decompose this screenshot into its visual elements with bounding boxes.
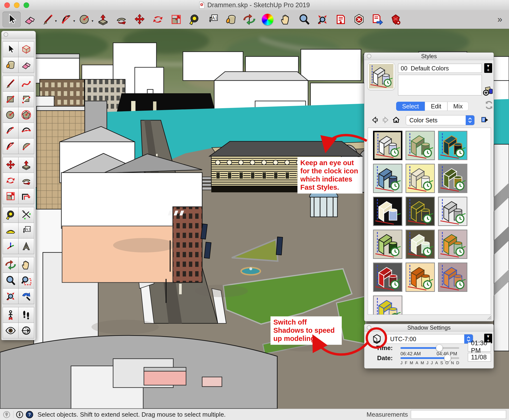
rectangle-tool-button[interactable] bbox=[3, 91, 19, 107]
circle-tool-button[interactable] bbox=[3, 107, 19, 123]
tab-mix[interactable]: Mix bbox=[447, 102, 469, 111]
back-button[interactable] bbox=[370, 115, 380, 125]
make-component-tool-button[interactable] bbox=[18, 41, 34, 57]
toggle-shadows-button[interactable] bbox=[371, 333, 383, 346]
compass-tool-button[interactable]: CA-S bbox=[18, 323, 34, 338]
style-swatch[interactable] bbox=[406, 164, 435, 193]
select-tool-button[interactable] bbox=[3, 41, 19, 57]
orbit-tool-button[interactable] bbox=[240, 12, 258, 27]
caret-down-icon[interactable]: ▾ bbox=[55, 19, 57, 23]
style-swatch[interactable] bbox=[406, 262, 435, 292]
eraser-tool-button[interactable] bbox=[21, 12, 39, 27]
arc-2pt-tool-button[interactable] bbox=[3, 123, 19, 138]
scale-tool-button[interactable] bbox=[3, 188, 19, 204]
time-slider[interactable] bbox=[401, 347, 459, 349]
style-swatch[interactable] bbox=[373, 197, 402, 226]
offset-tool-button[interactable] bbox=[18, 188, 34, 204]
style-swatch[interactable] bbox=[406, 131, 435, 160]
details-button[interactable] bbox=[480, 115, 489, 125]
move-tool-button[interactable] bbox=[131, 12, 149, 27]
zoom-extents-tool-button[interactable] bbox=[313, 12, 332, 27]
style-swatch[interactable] bbox=[438, 131, 467, 160]
pan-tool-button[interactable] bbox=[277, 12, 295, 27]
style-swatch[interactable] bbox=[373, 164, 402, 193]
arc-3pt-tool-button[interactable] bbox=[18, 123, 34, 138]
walk-tool-button[interactable] bbox=[18, 307, 34, 323]
orbit-tool-button[interactable] bbox=[3, 257, 19, 273]
send-to-layout-tool-button[interactable] bbox=[368, 12, 386, 27]
text-tool-button[interactable]: A1 bbox=[204, 12, 222, 27]
pie-tool-button[interactable] bbox=[18, 138, 34, 154]
tape-measure-tool-button[interactable] bbox=[3, 207, 19, 223]
minimize-window-button[interactable] bbox=[14, 2, 20, 8]
rotate-tool-button[interactable] bbox=[3, 172, 19, 188]
create-new-style-button[interactable] bbox=[483, 85, 494, 97]
timezone-dropdown[interactable]: UTC-7:00 bbox=[386, 334, 473, 344]
style-swatch[interactable] bbox=[438, 262, 467, 292]
close-window-button[interactable] bbox=[4, 2, 10, 8]
follow-me-tool-button[interactable] bbox=[112, 12, 131, 27]
arcs-tool-button[interactable]: ▾ bbox=[57, 12, 76, 27]
style-swatch[interactable] bbox=[438, 164, 467, 193]
tape-measure-tool-button[interactable] bbox=[185, 12, 204, 27]
paint-bucket-tool-button[interactable] bbox=[3, 57, 19, 73]
toolbar-overflow-button[interactable]: » bbox=[497, 15, 507, 24]
help-icon[interactable]: ? bbox=[26, 411, 33, 418]
credits-icon[interactable] bbox=[16, 411, 23, 418]
palette-close-button[interactable] bbox=[4, 32, 8, 37]
panel-resize-grip[interactable] bbox=[487, 315, 492, 320]
date-value-field[interactable]: 11/08 bbox=[468, 353, 491, 362]
layout-export-tool-button[interactable] bbox=[350, 12, 368, 27]
styles-panel-close-button[interactable] bbox=[367, 54, 371, 58]
pan-tool-button[interactable] bbox=[18, 257, 34, 273]
time-slider-knob[interactable] bbox=[436, 345, 443, 351]
shapes-tool-button[interactable]: ▾ bbox=[76, 12, 94, 27]
zoom-tool-button[interactable] bbox=[3, 273, 19, 288]
home-button[interactable] bbox=[391, 115, 401, 125]
tab-select[interactable]: Select bbox=[396, 102, 425, 111]
forward-button[interactable] bbox=[381, 115, 390, 125]
styles-panel-titlebar[interactable]: Styles bbox=[364, 53, 494, 60]
zoom-extents-tool-button[interactable] bbox=[3, 288, 19, 304]
freehand-tool-button[interactable] bbox=[18, 76, 34, 92]
select-tool-button[interactable] bbox=[2, 12, 21, 27]
move-tool-button[interactable] bbox=[3, 157, 19, 173]
zoom-window-tool-button[interactable] bbox=[18, 273, 34, 288]
position-camera-tool-button[interactable] bbox=[3, 307, 19, 323]
shadow-panel-titlebar[interactable]: Shadow Settings bbox=[364, 324, 494, 331]
style-description-field[interactable] bbox=[398, 75, 482, 96]
style-swatch[interactable] bbox=[373, 230, 402, 259]
layout-tool-button[interactable] bbox=[332, 12, 350, 27]
rotate-tool-button[interactable] bbox=[149, 12, 167, 27]
style-swatch[interactable] bbox=[373, 295, 402, 315]
follow-me-tool-button[interactable] bbox=[18, 172, 34, 188]
axes-tool-button[interactable] bbox=[3, 238, 19, 254]
color-wheel-tool-button[interactable] bbox=[258, 12, 277, 27]
dimensions-tool-button[interactable]: 3 bbox=[18, 207, 34, 223]
zoom-window-button[interactable] bbox=[23, 2, 29, 8]
polygon-tool-button[interactable] bbox=[18, 107, 34, 123]
measurements-input[interactable] bbox=[411, 410, 506, 419]
tab-edit[interactable]: Edit bbox=[425, 102, 447, 111]
line-tool-button[interactable]: ▾ bbox=[39, 12, 57, 27]
paint-bucket-tool-button[interactable] bbox=[222, 12, 240, 27]
3d-text-tool-button[interactable] bbox=[18, 238, 34, 254]
update-style-button[interactable] bbox=[484, 100, 494, 111]
style-swatch[interactable] bbox=[406, 230, 435, 259]
eraser-tool-button[interactable] bbox=[18, 57, 34, 73]
look-around-tool-button[interactable] bbox=[3, 323, 19, 338]
previous-view-tool-button[interactable] bbox=[18, 288, 34, 304]
push-pull-tool-button[interactable] bbox=[18, 157, 34, 173]
extension-warehouse-tool-button[interactable] bbox=[386, 12, 405, 27]
date-slider[interactable] bbox=[401, 357, 459, 359]
palette-header[interactable] bbox=[1, 31, 36, 38]
time-value-field[interactable]: 01:30 PM bbox=[468, 342, 491, 352]
style-swatch[interactable] bbox=[406, 197, 435, 226]
date-slider-knob[interactable] bbox=[444, 355, 451, 361]
caret-down-icon[interactable]: ▾ bbox=[73, 19, 75, 23]
style-swatch-selected[interactable] bbox=[373, 131, 402, 160]
geolocation-icon[interactable] bbox=[3, 411, 10, 418]
style-swatch[interactable] bbox=[438, 197, 467, 226]
style-swatch[interactable] bbox=[438, 230, 467, 259]
collections-dropdown[interactable]: Color Sets bbox=[406, 115, 475, 125]
